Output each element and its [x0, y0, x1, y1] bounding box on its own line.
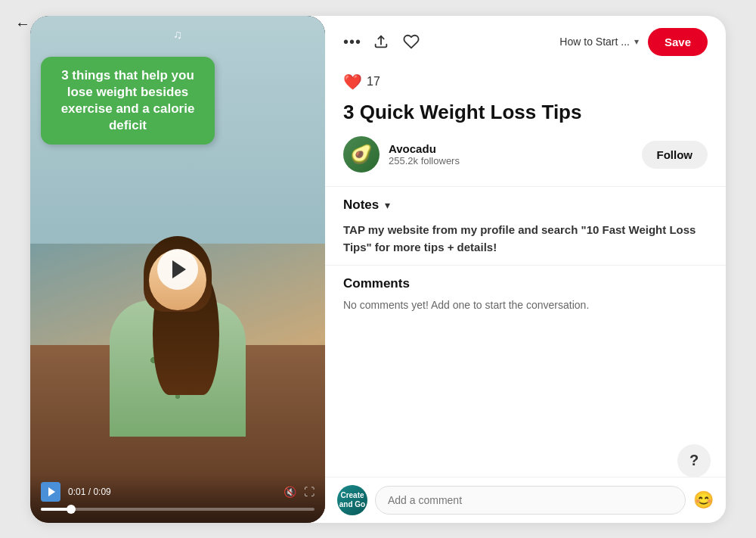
board-selector[interactable]: How to Start ... ▾ — [559, 36, 639, 48]
avatar[interactable]: 🥑 — [343, 136, 380, 173]
chevron-down-icon: ▾ — [634, 36, 639, 47]
video-person-area — [41, 145, 314, 512]
play-small-button[interactable] — [41, 482, 60, 502]
comments-section: Comments No comments yet! Add one to sta… — [325, 265, 726, 320]
video-panel: ♫ 3 things that help you lose weight bes… — [30, 16, 325, 523]
app-container: ← ♫ 3 things that help you lose weight b… — [0, 0, 756, 538]
notes-content: TAP my website from my profile and searc… — [343, 222, 708, 256]
comment-input-row: Create and Go 😊 — [325, 477, 726, 523]
board-name: How to Start ... — [559, 36, 630, 48]
likes-row: ❤️ 17 — [325, 68, 726, 97]
play-small-icon — [48, 487, 55, 496]
back-button[interactable]: ← — [15, 15, 30, 33]
time-display: 0:01 / 0:09 — [68, 487, 276, 497]
video-overlay: ♫ 3 things that help you lose weight bes… — [30, 16, 325, 523]
emoji-button[interactable]: 😊 — [693, 490, 714, 510]
video-controls: 0:01 / 0:09 🔇 ⛶ — [30, 474, 325, 523]
controls-row: 0:01 / 0:09 🔇 ⛶ — [41, 482, 314, 502]
info-panel: ••• How to Start ... ▾ — [325, 16, 726, 523]
pin-title: 3 Quick Weight Loss Tips — [325, 97, 726, 137]
comment-input[interactable] — [375, 486, 686, 515]
video-text-overlay: 3 things that help you lose weight besid… — [41, 57, 215, 145]
progress-thumb — [67, 505, 76, 514]
notes-chevron-icon: ▾ — [385, 199, 390, 211]
save-button[interactable]: Save — [648, 28, 708, 56]
follow-button[interactable]: Follow — [642, 141, 708, 169]
share-button[interactable] — [370, 31, 392, 52]
favorite-button[interactable] — [401, 31, 422, 52]
notes-section: Notes ▾ TAP my website from my profile a… — [325, 186, 726, 265]
progress-bar[interactable] — [41, 508, 314, 511]
music-icon: ♫ — [173, 28, 182, 42]
play-icon — [172, 260, 186, 278]
notes-header[interactable]: Notes ▾ — [343, 197, 708, 213]
info-header: ••• How to Start ... ▾ — [325, 16, 726, 68]
comments-title: Comments — [343, 276, 708, 291]
commenter-avatar: Create and Go — [337, 485, 367, 515]
total-time: 0:09 — [93, 487, 110, 497]
more-options-button[interactable]: ••• — [343, 33, 361, 51]
current-time: 0:01 — [68, 487, 85, 497]
play-button[interactable] — [157, 249, 198, 290]
notes-title: Notes — [343, 197, 379, 213]
content-card: ♫ 3 things that help you lose weight bes… — [30, 16, 726, 523]
author-row: 🥑 Avocadu 255.2k followers Follow — [325, 136, 726, 186]
no-comments-text: No comments yet! Add one to start the co… — [343, 299, 708, 311]
heart-emoji-icon: ❤️ — [343, 73, 362, 91]
heart-icon — [403, 33, 420, 50]
share-icon — [373, 33, 389, 50]
expand-icon[interactable]: ⛶ — [304, 486, 314, 498]
author-name: Avocadu — [389, 142, 633, 155]
help-button[interactable]: ? — [677, 444, 711, 477]
likes-count: 17 — [367, 75, 380, 89]
author-info: Avocadu 255.2k followers — [389, 142, 633, 166]
volume-icon[interactable]: 🔇 — [284, 486, 296, 498]
author-followers: 255.2k followers — [389, 155, 633, 166]
